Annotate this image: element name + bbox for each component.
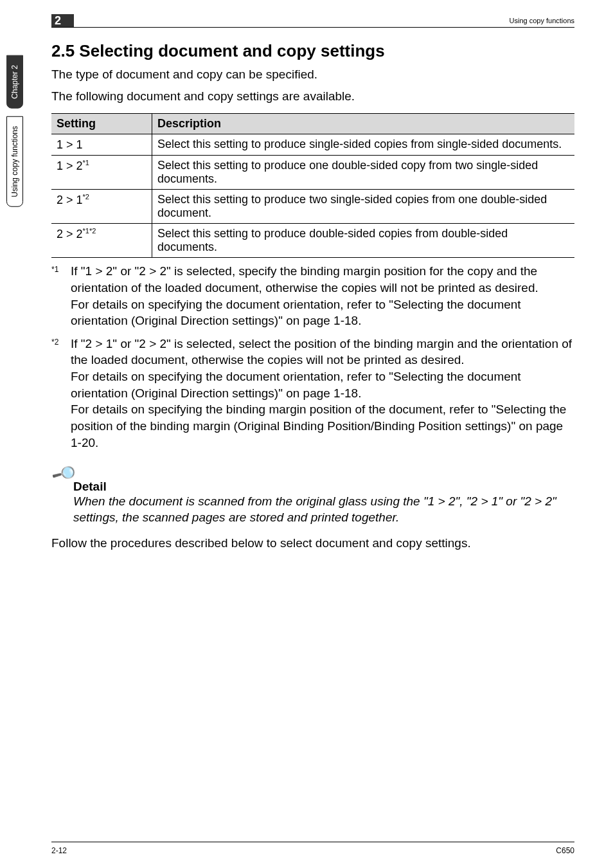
footnote-text: For details on specifying the document o… [71,298,521,328]
col-header-description: Description [152,114,575,134]
table-row: 1 > 2*1 Select this setting to produce o… [51,156,574,190]
table-row: 1 > 1 Select this setting to produce sin… [51,134,574,156]
cell-setting: 1 > 2*1 [51,156,152,190]
chapter-number-box: 2 [51,14,74,27]
footnote-marker: *1 [51,263,71,329]
section-title: 2.5 Selecting document and copy settings [51,41,574,61]
cell-description: Select this setting to produce two singl… [152,190,575,224]
side-tabs: Chapter 2 Using copy functions [6,55,24,214]
cell-description: Select this setting to produce double-si… [152,224,575,258]
intro-paragraph-1: The type of document and copy can be spe… [51,66,574,83]
footnote-text: For details on specifying the document o… [71,370,521,400]
setting-value: 1 > 2 [57,159,83,172]
cell-setting: 2 > 2*1*2 [51,224,152,258]
top-bar: 2 Using copy functions [51,14,574,30]
footnotes: *1 If "1 > 2" or "2 > 2" is selected, sp… [51,263,574,451]
footer-rule [51,842,574,842]
setting-sup: *1 [83,159,89,167]
footer-page-number: 2-12 [51,846,67,855]
cell-setting: 1 > 1 [51,134,152,156]
detail-heading: Detail [73,480,574,494]
footnote-text: For details on specifying the binding ma… [71,402,566,449]
settings-table: Setting Description 1 > 1 Select this se… [51,113,574,258]
detail-section: 🔍 Detail When the document is scanned fr… [51,457,574,525]
setting-sup: *1*2 [83,227,96,235]
side-tab-chapter: Chapter 2 [6,55,23,109]
top-rule [51,27,574,28]
setting-value: 2 > 2 [57,228,83,240]
running-head: Using copy functions [510,17,575,24]
cell-description: Select this setting to produce single-si… [152,134,575,156]
closing-paragraph: Follow the procedures described below to… [51,535,574,552]
setting-value: 2 > 1 [57,194,83,206]
footnote-1: *1 If "1 > 2" or "2 > 2" is selected, sp… [51,263,574,329]
col-header-setting: Setting [51,114,152,134]
side-tab-section: Using copy functions [6,116,23,207]
cell-description: Select this setting to produce one doubl… [152,156,575,190]
table-row: 2 > 1*2 Select this setting to produce t… [51,190,574,224]
footnote-text: If "2 > 1" or "2 > 2" is selected, selec… [71,337,572,367]
cell-setting: 2 > 1*2 [51,190,152,224]
intro-paragraph-2: The following document and copy settings… [51,88,574,105]
table-header-row: Setting Description [51,114,574,134]
detail-body: When the document is scanned from the or… [73,494,574,525]
footnote-marker: *2 [51,336,71,451]
table-row: 2 > 2*1*2 Select this setting to produce… [51,224,574,258]
footnote-text: If "1 > 2" or "2 > 2" is selected, speci… [71,264,538,294]
footnote-2: *2 If "2 > 1" or "2 > 2" is selected, se… [51,336,574,451]
setting-value: 1 > 1 [57,138,83,151]
setting-sup: *2 [83,193,89,201]
footer-model: C650 [556,846,574,855]
